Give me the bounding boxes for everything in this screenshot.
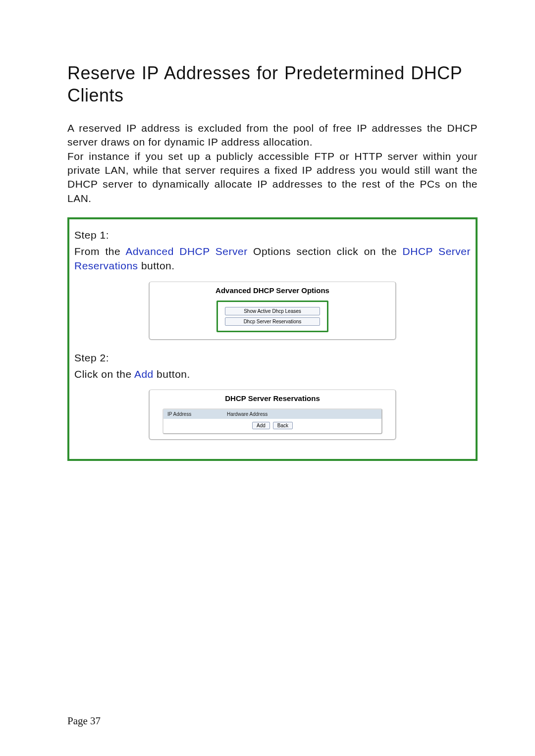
panel-1-button-highlight: Show Active Dhcp Leases Dhcp Server Rese…	[216, 301, 328, 332]
page-title: Reserve IP Addresses for Predetermined D…	[67, 62, 478, 106]
add-button[interactable]: Add	[252, 422, 270, 429]
panel-2-title: DHCP Server Reservations	[157, 394, 388, 403]
page-number: Page 37	[67, 715, 101, 727]
step-1-mid: Options section click on the	[248, 246, 403, 257]
step-2-text: Click on the Add button.	[74, 367, 471, 381]
reservations-table: IP Address Hardware Address Add Back	[162, 408, 382, 434]
document-page: Reserve IP Addresses for Predetermined D…	[0, 0, 535, 756]
step-2-label: Step 2:	[74, 352, 471, 364]
show-active-leases-button[interactable]: Show Active Dhcp Leases	[225, 307, 320, 315]
step-1-label: Step 1:	[74, 229, 471, 241]
back-button[interactable]: Back	[273, 422, 293, 429]
advanced-dhcp-options-panel: Advanced DHCP Server Options Show Active…	[149, 281, 396, 340]
table-button-row: Add Back	[163, 419, 381, 433]
column-hardware-address: Hardware Address	[227, 411, 377, 417]
step-1-prefix: From the	[74, 246, 125, 257]
column-ip-address: IP Address	[167, 411, 227, 417]
steps-box: Step 1: From the Advanced DHCP Server Op…	[67, 217, 478, 461]
step-2-prefix: Click on the	[74, 368, 134, 380]
table-header-row: IP Address Hardware Address	[163, 409, 381, 419]
step-1-suffix: button.	[138, 260, 175, 271]
step-2-suffix: button.	[154, 368, 190, 380]
step-1-link-advanced: Advanced DHCP Server	[125, 246, 247, 257]
intro-paragraph: A reserved IP address is excluded from t…	[67, 121, 478, 205]
dhcp-server-reservations-button[interactable]: Dhcp Server Reservations	[225, 317, 320, 326]
step-2-link-add: Add	[134, 368, 154, 380]
dhcp-server-reservations-panel: DHCP Server Reservations IP Address Hard…	[149, 389, 396, 440]
step-1-text: From the Advanced DHCP Server Options se…	[74, 244, 471, 273]
panel-1-title: Advanced DHCP Server Options	[157, 286, 388, 295]
